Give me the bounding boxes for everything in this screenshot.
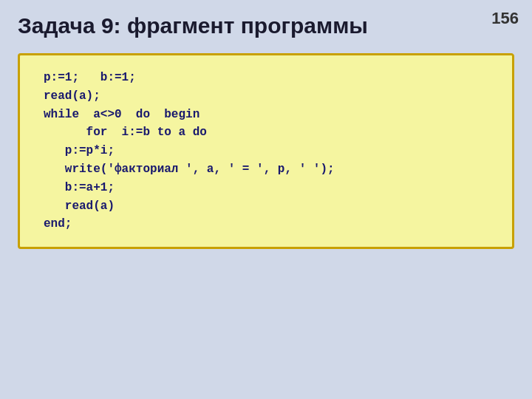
code-content: p:=1; b:=1; read(a); while a<>0 do begin… [44,69,494,233]
slide-container: 156 Задача 9: фрагмент программы p:=1; b… [0,0,532,399]
slide-number: 156 [491,9,519,28]
code-box: p:=1; b:=1; read(a); while a<>0 do begin… [18,53,514,249]
slide-title: Задача 9: фрагмент программы [18,13,368,38]
